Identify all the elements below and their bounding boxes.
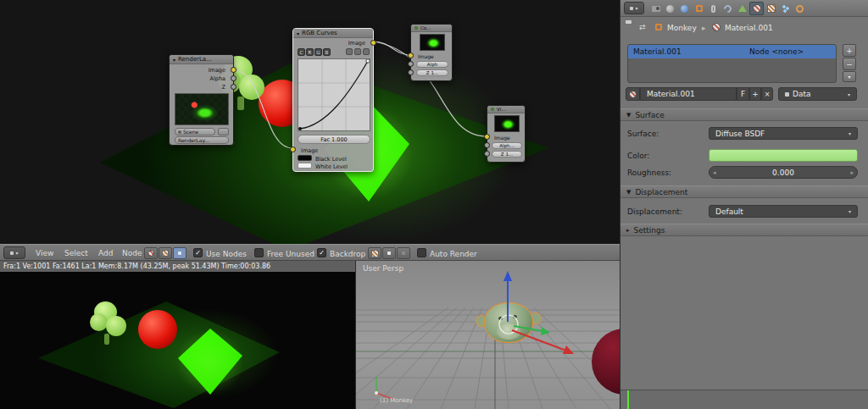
tab-texture[interactable] (764, 2, 778, 15)
socket-image-output[interactable] (231, 67, 236, 73)
channel-color-alpha-button[interactable] (368, 247, 381, 259)
editor-type-button[interactable]: ▾ (624, 2, 644, 14)
socket-image-output[interactable] (370, 40, 376, 46)
new-material-button[interactable]: + (749, 87, 761, 101)
node-collapse-icon[interactable]: ▾ (173, 57, 175, 63)
node-render-layers-titlebar[interactable]: ▾ RenderLa... (170, 55, 233, 64)
breadcrumb-material[interactable]: Material.001 (725, 25, 773, 32)
add-material-slot-button[interactable]: + (843, 44, 856, 57)
z-value-field[interactable]: Z 1... (492, 151, 522, 158)
material-id-icon-button[interactable] (626, 87, 640, 101)
fac-slider[interactable]: Fac 1.000 (298, 135, 370, 144)
tab-constraints[interactable] (706, 2, 721, 15)
socket-z-output[interactable] (231, 84, 236, 90)
z-value: Z 1... (426, 70, 438, 75)
node-composite-titlebar[interactable]: Co... (411, 25, 452, 32)
tab-modifiers[interactable] (721, 2, 735, 15)
socket-alpha-input[interactable] (484, 142, 490, 148)
curve-delete-button[interactable] (363, 48, 370, 55)
menu-select[interactable]: Select (61, 245, 92, 262)
menu-node[interactable]: Node (119, 245, 146, 262)
material-name-field[interactable]: Material.001 (640, 87, 737, 101)
settings-panel-header[interactable]: ▸ Settings (620, 224, 868, 236)
tree-type-material-button[interactable] (144, 247, 158, 259)
channel-r-button[interactable]: R (306, 48, 314, 56)
alpha-value-field[interactable]: Alph (416, 61, 448, 68)
remove-material-slot-button[interactable]: − (843, 58, 856, 70)
socket-z-input[interactable] (408, 69, 414, 75)
breadcrumb-separator: ▸ (702, 25, 706, 32)
menu-add[interactable]: Add (95, 245, 116, 262)
tree-type-compositing-button[interactable] (173, 247, 186, 259)
black-level-swatch[interactable] (298, 155, 312, 161)
input-label-image: Image (418, 53, 434, 59)
channel-b-button[interactable]: B (323, 48, 331, 56)
image-editor[interactable]: Fra:1 Ve:1001 Fa:1461 La:1 Mem:8.17M (43… (0, 261, 356, 409)
tab-scene[interactable] (663, 2, 677, 15)
white-level-swatch[interactable] (298, 163, 312, 169)
scene-selector[interactable]: Scene (175, 128, 215, 135)
viewport-object-label: (1) Monkey (380, 398, 413, 404)
timeline-playhead[interactable] (627, 390, 629, 409)
color-swatch[interactable] (709, 149, 858, 162)
curve-editor[interactable] (298, 58, 370, 131)
curve-tools-button[interactable] (354, 48, 361, 55)
node-viewer[interactable]: Vi... Image Alph... Z 1... (487, 105, 526, 163)
socket-image-input[interactable] (484, 134, 490, 140)
tab-object-data[interactable] (735, 2, 749, 15)
tab-particles[interactable] (778, 2, 793, 15)
material-slot-row-selected[interactable]: Material.001 Node <none> (628, 45, 837, 58)
chevron-down-icon: ▾ (849, 130, 851, 136)
node-editor-icon (10, 251, 14, 255)
timeline-strip[interactable] (620, 390, 868, 409)
channel-color-button[interactable] (382, 247, 396, 259)
surface-type-dropdown[interactable]: Diffuse BSDF ▾ (709, 127, 858, 140)
unlink-material-button[interactable]: × (761, 87, 773, 101)
socket-alpha-output[interactable] (231, 75, 236, 81)
node-rgb-curves[interactable]: ▾ RGB Curves Image C R G B (292, 28, 374, 172)
breadcrumb-object[interactable]: Monkey (667, 25, 697, 32)
socket-alpha-input[interactable] (408, 61, 414, 67)
free-unused-checkbox[interactable] (254, 248, 264, 257)
tree-type-texture-button[interactable] (159, 247, 172, 259)
node-viewer-titlebar[interactable]: Vi... (487, 106, 525, 113)
curve-zoom-in-button[interactable] (346, 48, 353, 55)
alpha-value-field[interactable]: Alph... (492, 142, 522, 149)
displacement-panel-header[interactable]: ▼ Displacement (620, 185, 868, 198)
roughness-slider[interactable]: ◂ 0.000 ▸ (709, 166, 858, 179)
node-composite[interactable]: Co... Image Alph Z 1... (410, 24, 453, 81)
node-rgb-curves-titlebar[interactable]: ▾ RGB Curves (293, 29, 373, 38)
backdrop-checkbox[interactable]: ✓ (317, 248, 326, 257)
socket-image-input[interactable] (408, 53, 414, 58)
surface-panel-header[interactable]: ▼ Surface (620, 108, 868, 121)
slider-left-arrow-icon[interactable]: ◂ (713, 169, 716, 176)
tab-world[interactable] (677, 2, 692, 15)
plus-icon: + (846, 47, 853, 55)
menu-view[interactable]: View (32, 245, 57, 262)
channel-g-button[interactable]: G (314, 48, 322, 56)
node-collapse-icon[interactable]: ▾ (297, 30, 299, 36)
browse-icon[interactable]: ⇄ (639, 24, 646, 31)
socket-z-input[interactable] (484, 151, 490, 157)
tab-object[interactable] (692, 2, 706, 15)
socket-image-input[interactable] (290, 146, 296, 152)
data-source-dropdown[interactable]: Data ▾ (778, 87, 857, 101)
displacement-dropdown[interactable]: Default ▾ (709, 205, 858, 218)
tab-material[interactable] (749, 2, 764, 15)
node-render-layers[interactable]: ▾ RenderLa... Image Alpha Z Scene Render… (169, 54, 234, 146)
viewport-3d[interactable]: User Persp (1) Monkey (356, 261, 620, 409)
node-editor-canvas[interactable]: ▾ RenderLa... Image Alpha Z Scene Render… (0, 0, 620, 244)
use-nodes-checkbox[interactable]: ✓ (193, 248, 203, 257)
material-specials-button[interactable]: ▾ (843, 71, 856, 82)
tab-render[interactable] (648, 2, 663, 15)
channel-alpha-button[interactable] (397, 247, 410, 259)
channel-c-button[interactable]: C (298, 48, 305, 56)
tab-physics[interactable] (793, 2, 807, 15)
auto-render-checkbox[interactable] (417, 248, 426, 257)
render-layer-selector[interactable]: RenderLay... (175, 136, 229, 144)
fake-user-button[interactable]: F (737, 87, 749, 101)
z-value-field[interactable]: Z 1... (416, 69, 448, 76)
render-camera-button[interactable] (218, 128, 229, 135)
editor-type-button[interactable]: ▾ (3, 246, 25, 259)
slider-right-arrow-icon[interactable]: ▸ (850, 169, 854, 176)
